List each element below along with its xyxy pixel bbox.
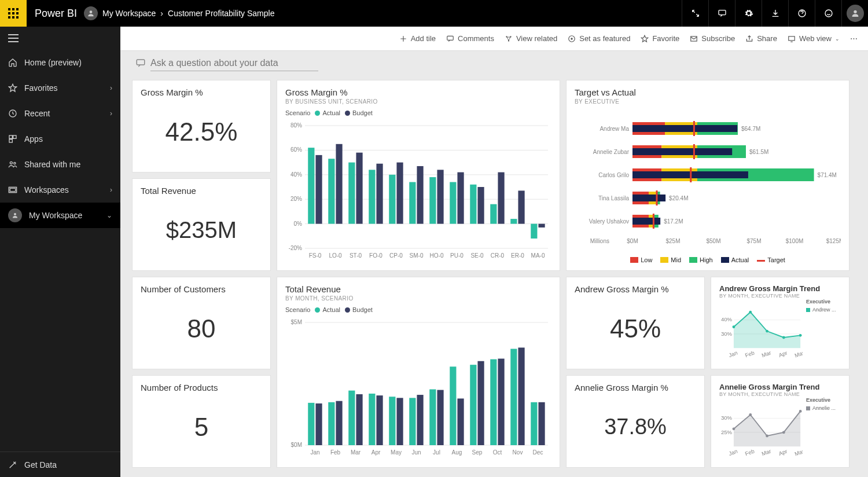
svg-text:Jul: Jul bbox=[433, 449, 440, 456]
download-icon[interactable] bbox=[762, 0, 788, 27]
svg-point-184 bbox=[799, 410, 802, 413]
tile-value: 45% bbox=[575, 307, 696, 350]
svg-point-167 bbox=[749, 311, 752, 314]
user-avatar-icon[interactable] bbox=[84, 6, 98, 20]
svg-text:PU-0: PU-0 bbox=[450, 252, 464, 259]
svg-text:Millions: Millions bbox=[590, 238, 609, 244]
breadcrumb-workspace[interactable]: My Workspace bbox=[102, 9, 156, 18]
action-label: Set as featured bbox=[579, 34, 630, 43]
tile-value: 5 bbox=[141, 406, 262, 449]
sidebar-item-home[interactable]: Home (preview) bbox=[0, 50, 120, 75]
svg-point-170 bbox=[799, 334, 802, 337]
view-related-button[interactable]: View related bbox=[505, 34, 557, 43]
tile-andrew-trend[interactable]: Andrew Gross Margin Trend BY MONTH, EXEC… bbox=[711, 277, 849, 369]
svg-text:$50M: $50M bbox=[706, 238, 720, 244]
svg-text:40%: 40% bbox=[290, 171, 302, 178]
set-featured-button[interactable]: Set as featured bbox=[568, 34, 630, 43]
tile-title: Gross Margin % bbox=[141, 87, 262, 97]
hamburger-icon[interactable] bbox=[0, 27, 120, 50]
svg-text:Dec: Dec bbox=[533, 449, 543, 456]
tile-title: Total Revenue bbox=[141, 186, 262, 196]
chat-icon[interactable] bbox=[708, 0, 735, 27]
svg-rect-68 bbox=[470, 185, 476, 224]
qna-input[interactable] bbox=[150, 56, 318, 71]
svg-text:$75M: $75M bbox=[746, 238, 761, 244]
sidebar-item-apps[interactable]: Apps bbox=[0, 126, 120, 152]
sidebar-item-label: Apps bbox=[24, 134, 43, 144]
legend-text: Actual bbox=[322, 306, 340, 313]
tile-andrew-gm-pct[interactable]: Andrew Gross Margin % 45% bbox=[566, 277, 705, 369]
svg-rect-126 bbox=[308, 403, 314, 445]
sidebar-item-recent[interactable]: Recent › bbox=[0, 101, 120, 126]
subscribe-button[interactable]: Subscribe bbox=[690, 34, 735, 43]
svg-rect-157 bbox=[518, 347, 524, 445]
tile-target-vs-actual[interactable]: Target vs Actual BY EXECUTIVE Andrew Ma$… bbox=[566, 80, 849, 271]
breadcrumb-page[interactable]: Customer Profitability Sample bbox=[168, 9, 274, 18]
svg-text:$71.4M: $71.4M bbox=[818, 172, 837, 178]
svg-rect-129 bbox=[328, 402, 334, 445]
svg-rect-53 bbox=[369, 170, 375, 223]
legend-swatch-actual bbox=[315, 111, 320, 116]
svg-rect-132 bbox=[348, 391, 355, 445]
tile-gm-by-bu-chart[interactable]: Gross Margin % BY BUSINESS UNIT, SCENARI… bbox=[277, 80, 560, 271]
top-icon-bar bbox=[682, 0, 868, 27]
svg-rect-160 bbox=[538, 402, 545, 445]
svg-point-22 bbox=[14, 213, 16, 215]
app-launcher-icon[interactable] bbox=[0, 0, 27, 27]
svg-rect-65 bbox=[450, 182, 456, 224]
sidebar-item-favorites[interactable]: Favorites › bbox=[0, 75, 120, 101]
svg-rect-138 bbox=[389, 397, 395, 445]
svg-rect-144 bbox=[429, 390, 436, 445]
svg-text:Mar: Mar bbox=[351, 449, 361, 456]
favorite-button[interactable]: Favorite bbox=[641, 34, 679, 43]
svg-text:-20%: -20% bbox=[289, 245, 302, 251]
tile-revenue-by-month-chart[interactable]: Total Revenue BY MONTH, SCENARIO Scenari… bbox=[277, 277, 560, 468]
svg-text:May: May bbox=[794, 447, 803, 457]
web-view-button[interactable]: Web view ⌄ bbox=[788, 34, 840, 43]
svg-rect-0 bbox=[8, 8, 10, 10]
action-bar: Add tile Comments View related Set as fe… bbox=[120, 27, 868, 51]
dashboard: Gross Margin % 42.5% Total Revenue $235M… bbox=[120, 75, 868, 477]
svg-text:Feb: Feb bbox=[744, 349, 755, 358]
svg-text:Oct: Oct bbox=[493, 449, 502, 456]
sidebar-item-workspaces[interactable]: Workspaces › bbox=[0, 177, 120, 203]
action-label: Share bbox=[757, 34, 777, 43]
tile-num-customers[interactable]: Number of Customers 80 bbox=[132, 277, 271, 369]
sidebar-item-my-workspace[interactable]: My Workspace ⌄ bbox=[0, 203, 120, 228]
svg-text:$0M: $0M bbox=[291, 442, 302, 448]
svg-rect-111 bbox=[632, 218, 660, 225]
tile-num-products[interactable]: Number of Products 5 bbox=[132, 375, 271, 468]
smile-icon[interactable] bbox=[815, 0, 841, 27]
legend-text: Budget bbox=[352, 109, 373, 116]
tile-annelie-gm-pct[interactable]: Annelie Gross Margin % 37.8% bbox=[566, 375, 705, 468]
sidebar-item-shared[interactable]: Shared with me bbox=[0, 152, 120, 177]
tile-title: Number of Customers bbox=[141, 284, 262, 294]
help-icon[interactable] bbox=[788, 0, 815, 27]
svg-text:Andrew Ma: Andrew Ma bbox=[599, 126, 629, 132]
svg-rect-30 bbox=[789, 36, 795, 40]
share-button[interactable]: Share bbox=[745, 34, 777, 43]
svg-point-166 bbox=[733, 325, 735, 328]
tile-title: Total Revenue bbox=[285, 284, 551, 294]
qna-bar bbox=[120, 51, 868, 75]
gear-icon[interactable] bbox=[735, 0, 762, 27]
comments-button[interactable]: Comments bbox=[446, 34, 494, 43]
revenue-by-month-chart: $0M$5MJanFebMarAprMayJunJulAugSepOctNovD… bbox=[285, 317, 551, 460]
profile-avatar[interactable] bbox=[841, 0, 868, 27]
fullscreen-icon[interactable] bbox=[682, 0, 708, 27]
legend-swatch-budget bbox=[345, 111, 350, 116]
svg-text:$20.4M: $20.4M bbox=[669, 195, 688, 201]
svg-rect-57 bbox=[396, 163, 403, 224]
tile-total-revenue[interactable]: Total Revenue $235M bbox=[132, 178, 271, 271]
svg-text:HO-0: HO-0 bbox=[430, 252, 444, 259]
sidebar-get-data[interactable]: Get Data bbox=[0, 452, 120, 477]
svg-rect-8 bbox=[16, 16, 19, 19]
svg-rect-141 bbox=[409, 398, 415, 445]
svg-rect-133 bbox=[356, 394, 362, 445]
svg-rect-136 bbox=[376, 395, 382, 445]
more-icon[interactable]: ⋯ bbox=[850, 34, 859, 43]
tile-annelie-trend[interactable]: Annelie Gross Margin Trend BY MONTH, EXE… bbox=[711, 375, 849, 468]
add-tile-button[interactable]: Add tile bbox=[399, 34, 436, 43]
svg-point-19 bbox=[14, 162, 16, 164]
tile-gross-margin-pct[interactable]: Gross Margin % 42.5% bbox=[132, 80, 271, 173]
